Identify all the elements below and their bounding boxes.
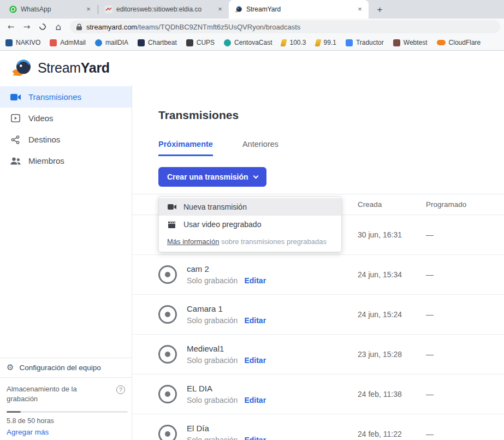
bookmark-label: CUPS — [197, 39, 215, 46]
learn-more-link[interactable]: Más información — [167, 237, 219, 246]
bookmark-centovacast[interactable]: CentovaCast — [224, 39, 272, 46]
page-title: Transmisiones — [158, 109, 504, 122]
record-icon — [158, 385, 177, 403]
edit-link[interactable]: Editar — [244, 276, 266, 285]
created-cell: 24 jun, 15:34 — [358, 270, 426, 279]
bookmark-label: AdmMail — [60, 39, 86, 46]
sidebar-item-transmisiones[interactable]: Transmisiones — [0, 86, 132, 108]
streamyard-duck-icon — [12, 59, 33, 76]
create-broadcast-button[interactable]: Crear una transmisión — [158, 167, 266, 187]
clapperboard-icon — [167, 221, 176, 228]
created-column-header: Creada — [358, 200, 426, 209]
broadcast-subtitle: Solo grabación — [187, 316, 238, 325]
sidebar-item-videos[interactable]: Videos — [0, 108, 132, 129]
cloud-icon — [437, 40, 446, 45]
bookmark-99-1[interactable]: 99.1 — [316, 39, 336, 46]
scheduled-cell: — — [426, 390, 504, 399]
sidebar-spacer — [0, 171, 132, 358]
sidebar-item-miembros[interactable]: Miembros — [0, 150, 132, 171]
broadcast-name-cell: cam 2 Solo grabaciónEditar — [158, 264, 358, 285]
home-button[interactable]: ⌂ — [51, 21, 66, 32]
back-button[interactable]: ← — [4, 22, 18, 32]
bookmark-chartbeat[interactable]: Chartbeat — [138, 39, 177, 46]
url-host: streamyard.com — [86, 23, 137, 31]
storage-header: Almacenamiento de la grabación ? — [7, 384, 125, 404]
translate-icon — [346, 39, 353, 46]
menu-item-new-broadcast[interactable]: Nueva transmisión — [159, 198, 341, 216]
broadcast-subtitle: Solo grabación — [187, 356, 238, 365]
add-more-link[interactable]: Agregar más — [7, 428, 49, 436]
close-icon[interactable]: × — [216, 5, 224, 14]
menu-footer: Más información sobre transmisiones preg… — [159, 233, 341, 252]
bolt-icon — [315, 39, 321, 46]
browser-tab-whatsapp[interactable]: WhatsApp × — [3, 0, 97, 19]
record-icon — [158, 265, 177, 284]
edit-link[interactable]: Editar — [244, 316, 266, 325]
tab-anteriores[interactable]: Anteriores — [242, 140, 278, 156]
chevron-down-icon — [253, 173, 258, 179]
table-row[interactable]: cam 2 Solo grabaciónEditar 24 jun, 15:34… — [132, 255, 504, 295]
browser-tab-editoresweb[interactable]: editoresweb:sitioweb:eldia.co × — [99, 0, 229, 19]
table-row[interactable]: EL DIA Solo grabaciónEditar 24 feb, 11:3… — [132, 374, 504, 414]
team-settings-button[interactable]: ⚙ Configuración del equipo — [0, 358, 132, 378]
sidebar: Transmisiones Videos Destinos — [0, 85, 132, 440]
url-text: streamyard.com/teams/TQDhBC9ZNTmft6z5UsQ… — [86, 23, 300, 31]
reload-button[interactable] — [35, 23, 50, 30]
close-icon[interactable]: × — [355, 5, 364, 14]
broadcast-tabs: Próximamente Anteriores — [158, 140, 504, 156]
address-bar[interactable]: streamyard.com/teams/TQDhBC9ZNTmft6z5UsQ… — [70, 20, 500, 33]
bookmark-100-3[interactable]: 100.3 — [281, 39, 306, 46]
bookmark-label: NAKIVO — [16, 39, 40, 46]
table-row[interactable]: Medieval1 Solo grabaciónEditar 23 jun, 1… — [132, 335, 504, 374]
broadcast-name-cell: Camara 1 Solo grabaciónEditar — [158, 304, 358, 325]
tab-divider — [98, 5, 98, 14]
bookmark-label: Chartbeat — [148, 39, 177, 46]
tab-proximamente[interactable]: Próximamente — [158, 140, 213, 156]
help-icon[interactable]: ? — [116, 385, 125, 394]
bookmark-cups[interactable]: CUPS — [186, 39, 215, 46]
record-icon — [158, 305, 177, 324]
edit-link[interactable]: Editar — [244, 396, 266, 405]
menu-item-prerecorded[interactable]: Usar video pregrabado — [159, 216, 341, 233]
edit-link[interactable]: Editar — [244, 356, 266, 365]
sidebar-item-label: Miembros — [28, 156, 64, 165]
bookmark-webtest[interactable]: Webtest — [393, 39, 428, 46]
logo-stream: Stream — [38, 60, 81, 75]
video-camera-icon — [10, 93, 21, 101]
bookmark-admmail[interactable]: AdmMail — [50, 39, 86, 46]
bookmark-maildia[interactable]: mailDIA — [95, 39, 128, 46]
storage-label: Almacenamiento de la grabación — [7, 384, 88, 404]
nakivo-icon — [5, 39, 13, 46]
table-row[interactable]: El Día Solo grabaciónEditar 24 feb, 11:2… — [132, 414, 504, 440]
broadcast-subtitle: Solo grabación — [187, 276, 238, 285]
printer-icon — [186, 39, 193, 46]
broadcast-title: El Día — [187, 424, 266, 433]
bookmark-cloudflare[interactable]: CloudFlare — [437, 39, 481, 46]
logo-yard: Yard — [81, 60, 110, 75]
broadcast-title: Camara 1 — [187, 304, 266, 313]
create-broadcast-menu: Nueva transmisión Usar video pregrabado … — [158, 197, 342, 252]
tab-title: editoresweb:sitioweb:eldia.co — [116, 5, 212, 13]
sidebar-item-label: Destinos — [28, 135, 60, 144]
main-content: Transmisiones Próximamente Anteriores Cr… — [132, 85, 504, 440]
streamyard-logo[interactable]: StreamYard — [12, 59, 110, 76]
edit-link[interactable]: Editar — [244, 436, 266, 440]
created-cell: 24 jun, 15:24 — [358, 310, 426, 319]
streamyard-favicon — [235, 5, 242, 13]
bookmark-nakivo[interactable]: NAKIVO — [5, 39, 40, 46]
new-tab-button[interactable]: + — [373, 3, 387, 16]
sidebar-item-destinos[interactable]: Destinos — [0, 129, 132, 150]
bookmark-traductor[interactable]: Traductor — [346, 39, 384, 46]
lock-icon — [76, 23, 82, 31]
broadcast-title: EL DIA — [187, 384, 266, 393]
browser-tab-streamyard[interactable]: StreamYard × — [229, 0, 369, 19]
close-icon[interactable]: × — [84, 5, 93, 14]
forward-button[interactable]: → — [20, 22, 34, 32]
menu-item-label: Usar video pregrabado — [183, 220, 261, 229]
broadcast-name-cell: El Día Solo grabaciónEditar — [158, 424, 358, 440]
table-row[interactable]: Camara 1 Solo grabaciónEditar 24 jun, 15… — [132, 295, 504, 335]
bookmark-label: mailDIA — [105, 39, 128, 46]
camera-icon — [167, 204, 176, 210]
mail-icon — [50, 39, 57, 46]
scheduled-column-header: Programado — [426, 200, 504, 209]
